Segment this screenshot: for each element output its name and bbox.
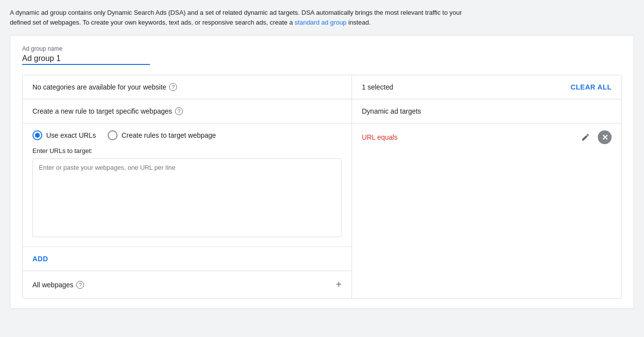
url-equals-text: URL equals <box>362 133 398 141</box>
right-header-row: 1 selected CLEAR ALL <box>352 75 621 99</box>
url-entry-section: Enter URLs to target: <box>23 147 351 246</box>
remove-button[interactable]: ✕ <box>598 130 612 144</box>
radio-outer-exact-urls <box>32 130 42 140</box>
no-categories-help-icon[interactable]: ? <box>169 83 177 91</box>
no-categories-text: No categories are available for your web… <box>32 83 166 91</box>
no-categories-row: No categories are available for your web… <box>23 75 351 99</box>
action-icons: ✕ <box>579 130 612 144</box>
main-card: Ad group name No categories are availabl… <box>10 35 634 309</box>
create-rule-help-icon[interactable]: ? <box>175 107 183 115</box>
radio-label-exact-urls: Use exact URLs <box>46 131 96 139</box>
close-icon: ✕ <box>602 133 608 142</box>
url-equals-row: URL equals ✕ <box>352 123 621 151</box>
info-text-2-prefix: defined set of webpages. To create your … <box>10 19 294 26</box>
all-webpages-plus-icon[interactable]: + <box>336 279 342 290</box>
close-circle: ✕ <box>598 130 612 144</box>
radio-outer-create-rules <box>108 130 117 140</box>
all-webpages-text: All webpages <box>32 281 73 289</box>
dynamic-ad-targets-row: Dynamic ad targets <box>352 99 621 123</box>
radio-options-row: Use exact URLs Create rules to target we… <box>23 123 351 140</box>
radio-create-rules[interactable]: Create rules to target webpage <box>108 130 216 140</box>
ad-group-name-label: Ad group name <box>22 45 622 52</box>
dynamic-ad-targets-text: Dynamic ad targets <box>362 107 421 115</box>
edit-button[interactable] <box>579 131 592 144</box>
standard-ad-group-link[interactable]: standard ad group <box>294 19 347 26</box>
right-panel: 1 selected CLEAR ALL Dynamic ad targets … <box>352 75 621 298</box>
url-entry-label: Enter URLs to target: <box>32 147 342 154</box>
radio-label-create-rules: Create rules to target webpage <box>121 131 216 139</box>
create-rule-text: Create a new rule to target specific web… <box>32 107 172 115</box>
radio-use-exact-urls[interactable]: Use exact URLs <box>32 130 96 140</box>
add-button[interactable]: ADD <box>32 253 48 265</box>
two-col-container: No categories are available for your web… <box>22 75 622 299</box>
radio-group: Use exact URLs Create rules to target we… <box>32 130 342 140</box>
ad-group-name-section: Ad group name <box>22 45 622 65</box>
info-bar: A dynamic ad group contains only Dynamic… <box>10 8 634 27</box>
url-textarea[interactable] <box>32 158 342 237</box>
ad-group-name-input[interactable] <box>22 54 150 65</box>
all-webpages-label: All webpages ? <box>32 281 84 289</box>
clear-all-button[interactable]: CLEAR ALL <box>571 83 612 91</box>
selected-count: 1 selected <box>362 83 393 91</box>
info-text-2-suffix: instead. <box>348 19 371 26</box>
info-text-1: A dynamic ad group contains only Dynamic… <box>10 9 462 16</box>
create-rule-row: Create a new rule to target specific web… <box>23 99 351 123</box>
edit-icon <box>581 133 590 142</box>
page-wrapper: A dynamic ad group contains only Dynamic… <box>0 0 644 317</box>
radio-inner-exact-urls <box>35 133 40 138</box>
add-button-row: ADD <box>23 246 351 271</box>
all-webpages-help-icon[interactable]: ? <box>76 281 84 289</box>
all-webpages-row: All webpages ? + <box>23 271 351 298</box>
left-panel: No categories are available for your web… <box>23 75 352 298</box>
